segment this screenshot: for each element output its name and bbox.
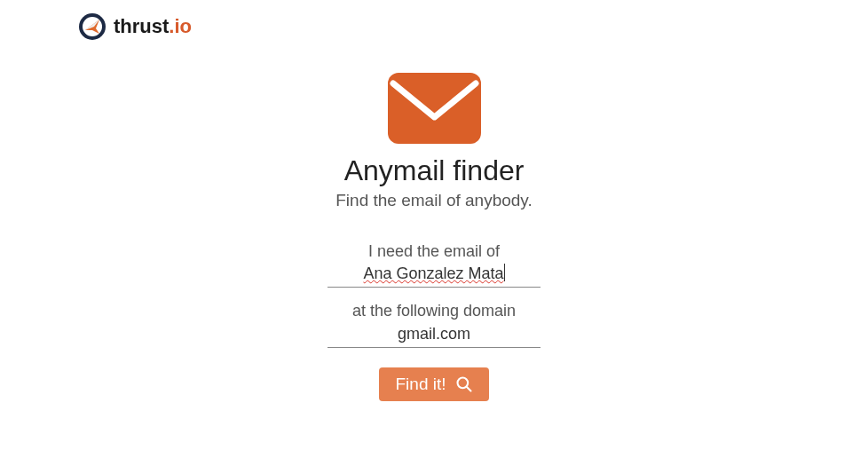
header: thrust.io xyxy=(78,12,192,41)
search-icon xyxy=(455,375,473,393)
domain-label: at the following domain xyxy=(327,300,541,322)
domain-input-block[interactable]: at the following domain gmail.com xyxy=(327,300,541,347)
envelope-icon xyxy=(388,73,481,144)
brand-suffix: .io xyxy=(169,15,192,37)
svg-line-4 xyxy=(466,386,470,391)
brand-main: thrust xyxy=(114,15,169,37)
page-subtitle: Find the email of anybody. xyxy=(335,191,532,210)
name-input-block[interactable]: I need the email of Ana Gonzalez Mata xyxy=(327,241,541,288)
find-button[interactable]: Find it! xyxy=(379,367,488,401)
brand-name: thrust.io xyxy=(114,15,192,38)
name-input[interactable]: Ana Gonzalez Mata xyxy=(327,263,541,285)
thrust-logo-icon xyxy=(78,12,107,41)
find-button-label: Find it! xyxy=(395,375,446,394)
name-label: I need the email of xyxy=(327,241,541,263)
domain-input[interactable]: gmail.com xyxy=(327,323,541,345)
page-title: Anymail finder xyxy=(344,154,525,187)
svg-rect-2 xyxy=(388,73,481,144)
main-content: Anymail finder Find the email of anybody… xyxy=(292,73,576,401)
